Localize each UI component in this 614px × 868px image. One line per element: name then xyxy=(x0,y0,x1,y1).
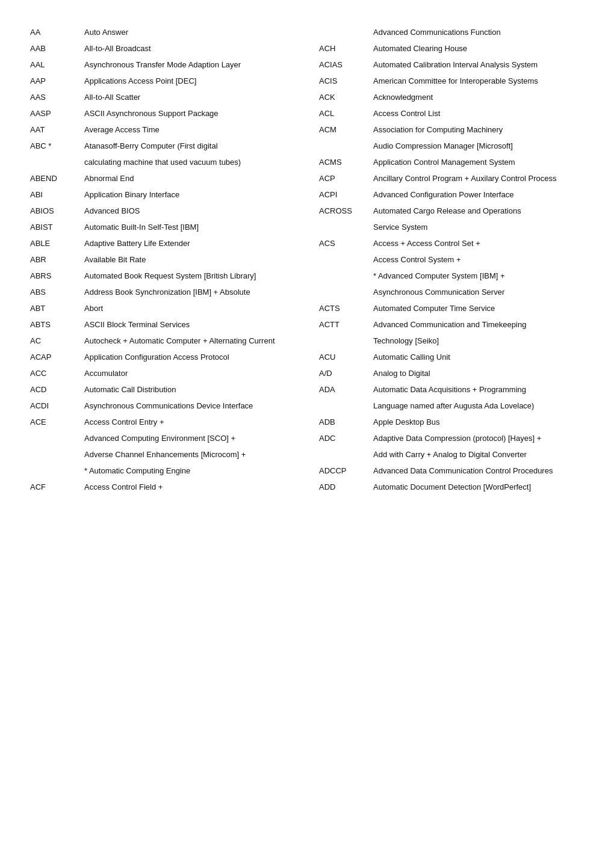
definition-text: Service System xyxy=(373,223,584,232)
definition-text: Access + Access Control Set + xyxy=(373,239,584,248)
list-item: ADCCPAdvanced Data Communication Control… xyxy=(319,463,584,479)
definition-text: Access Control List xyxy=(373,109,584,118)
abbreviation: AAS xyxy=(30,93,84,102)
definition-text: Advanced Configuration Power Interface xyxy=(373,190,584,199)
abbreviation: ACPI xyxy=(319,190,373,199)
list-item: AALAsynchronous Transfer Mode Adaption L… xyxy=(30,57,295,73)
definition-text: Available Bit Rate xyxy=(84,255,295,264)
list-item: ACDAutomatic Call Distribution xyxy=(30,381,295,398)
list-item: ACFAccess Control Field + xyxy=(30,479,295,495)
list-item: ADCAdaptive Data Compression (protocol) … xyxy=(319,430,584,446)
abbreviation: AC xyxy=(30,336,84,345)
list-item: ADDAutomatic Document Detection [WordPer… xyxy=(319,479,584,495)
abbreviation: AAL xyxy=(30,60,84,69)
definition-text: Association for Computing Machinery xyxy=(373,125,584,134)
list-item: ABIApplication Binary Interface xyxy=(30,186,295,203)
abbreviation: ACS xyxy=(319,239,373,248)
definition-text: Analog to Digital xyxy=(373,369,584,378)
list-item: ABLEAdaptive Battery Life Extender xyxy=(30,235,295,251)
list-item: ACMSApplication Control Management Syste… xyxy=(319,154,584,170)
abbreviation: ABC * xyxy=(30,141,84,150)
abbreviation: ABR xyxy=(30,255,84,264)
definition-text: Automated Computer Time Service xyxy=(373,304,584,313)
definition-text: Automatic Data Acquisitions + Programmin… xyxy=(373,385,584,394)
abbreviation: ADB xyxy=(319,417,373,426)
list-item: ABTAbort xyxy=(30,300,295,316)
definition-text: Atanasoff-Berry Computer (First digital xyxy=(84,141,295,150)
list-item: calculating machine that used vacuum tub… xyxy=(30,154,295,170)
abbreviation: ABRS xyxy=(30,271,84,280)
definition-text: Advanced Communication and Timekeeping xyxy=(373,320,584,329)
definition-text: Advanced Data Communication Control Proc… xyxy=(373,466,584,475)
list-item: AAAuto Answer xyxy=(30,24,295,40)
definition-text: Access Control Field + xyxy=(84,482,295,491)
list-item: ACIASAutomated Calibration Interval Anal… xyxy=(319,57,584,73)
left-column: AAAuto AnswerAABAll-to-All BroadcastAALA… xyxy=(30,24,295,495)
list-item: ABIOSAdvanced BIOS xyxy=(30,203,295,219)
abbreviation: ADD xyxy=(319,482,373,491)
definition-text: Advanced BIOS xyxy=(84,206,295,215)
list-item: Add with Carry + Analog to Digital Conve… xyxy=(319,446,584,463)
definition-text: ASCII Asynchronous Support Package xyxy=(84,109,295,118)
definition-text: Audio Compression Manager [Microsoft] xyxy=(373,141,584,150)
abbreviation: AASP xyxy=(30,109,84,118)
definition-text: Autocheck + Automatic Computer + Alterna… xyxy=(84,336,295,345)
definition-text: All-to-All Broadcast xyxy=(84,44,295,53)
list-item: ACTTAdvanced Communication and Timekeepi… xyxy=(319,316,584,333)
definition-text: * Automatic Computing Engine xyxy=(84,466,295,475)
definition-text: Accumulator xyxy=(84,369,295,378)
definition-text: Ancillary Control Program + Auxilary Con… xyxy=(373,174,584,183)
definition-text: Advanced Computing Environment [SCO] + xyxy=(84,434,295,443)
definition-text: Automated Clearing House xyxy=(373,44,584,53)
abbreviation: ACIS xyxy=(319,76,373,85)
abbreviation: ABLE xyxy=(30,239,84,248)
abbreviation: ABI xyxy=(30,190,84,199)
definition-text: Asynchronous Communications Device Inter… xyxy=(84,401,295,410)
abbreviation: AAB xyxy=(30,44,84,53)
abbreviation: ADC xyxy=(319,434,373,443)
list-item: ABSAddress Book Synchronization [IBM] + … xyxy=(30,284,295,300)
list-item: Asynchronous Communication Server xyxy=(319,284,584,300)
abbreviation: ACDI xyxy=(30,401,84,410)
list-item: Advanced Communications Function xyxy=(319,24,584,40)
list-item: Service System xyxy=(319,219,584,235)
definition-text: All-to-All Scatter xyxy=(84,93,295,102)
list-item: Advanced Computing Environment [SCO] + xyxy=(30,430,295,446)
definition-text: Abort xyxy=(84,304,295,313)
definition-text: Technology [Seiko] xyxy=(373,336,584,345)
abbreviation: ABIST xyxy=(30,223,84,232)
list-item: ADAAutomatic Data Acquisitions + Program… xyxy=(319,381,584,398)
definition-text: Acknowledgment xyxy=(373,93,584,102)
list-item: ACSAccess + Access Control Set + xyxy=(319,235,584,251)
list-item: AATAverage Access Time xyxy=(30,122,295,138)
definition-text: Abnormal End xyxy=(84,174,295,183)
definition-text: Automated Calibration Interval Analysis … xyxy=(373,60,584,69)
definition-text: Application Configuration Access Protoco… xyxy=(84,352,295,362)
abbreviation: AAP xyxy=(30,76,84,85)
abbreviation: ACROSS xyxy=(319,206,373,215)
list-item: * Automatic Computing Engine xyxy=(30,463,295,479)
definition-text: Application Control Management System xyxy=(373,158,584,167)
abbreviation: AA xyxy=(30,28,84,37)
definition-text: calculating machine that used vacuum tub… xyxy=(84,158,295,167)
abbreviation: ACTS xyxy=(319,304,373,313)
abbreviation: ADCCP xyxy=(319,466,373,475)
abbreviation: ACH xyxy=(319,44,373,53)
abbreviation: ACC xyxy=(30,369,84,378)
abbreviation: ACE xyxy=(30,417,84,426)
definition-text: Asynchronous Transfer Mode Adaption Laye… xyxy=(84,60,295,69)
definition-text: Adaptive Data Compression (protocol) [Ha… xyxy=(373,434,584,443)
abbreviation: ACK xyxy=(319,93,373,102)
list-item: Access Control System + xyxy=(319,251,584,268)
abbreviation: ACD xyxy=(30,385,84,394)
definition-text: Access Control System + xyxy=(373,255,584,264)
definition-text: Automatic Built-In Self-Test [IBM] xyxy=(84,223,295,232)
definition-text: Automated Cargo Release and Operations xyxy=(373,206,584,215)
list-item: ABC *Atanasoff-Berry Computer (First dig… xyxy=(30,138,295,154)
list-item: ACPAncillary Control Program + Auxilary … xyxy=(319,170,584,186)
definition-text: Applications Access Point [DEC] xyxy=(84,76,295,85)
list-item: ACTSAutomated Computer Time Service xyxy=(319,300,584,316)
list-item: ABENDAbnormal End xyxy=(30,170,295,186)
abbreviation: ACAP xyxy=(30,352,84,362)
list-item: Technology [Seiko] xyxy=(319,333,584,349)
